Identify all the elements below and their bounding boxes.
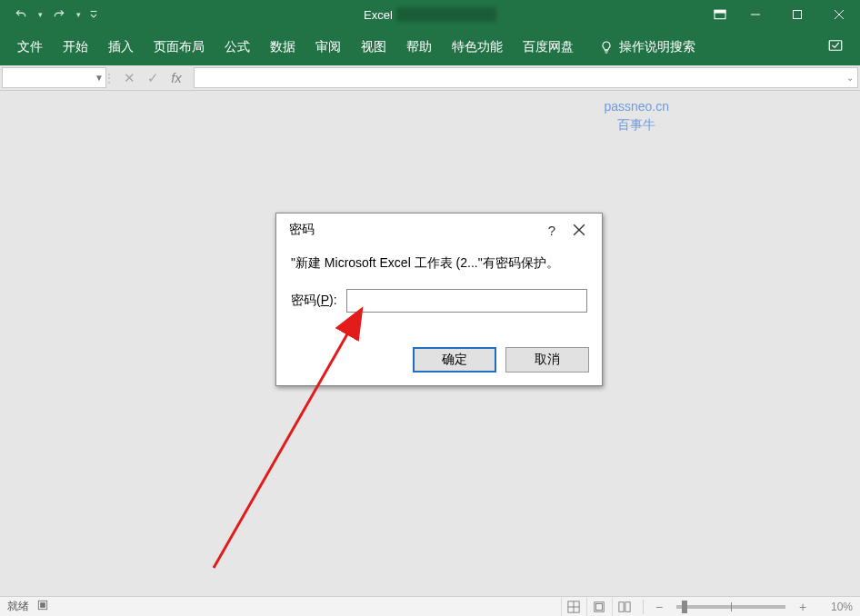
tab-help[interactable]: 帮助 xyxy=(396,29,442,65)
redo-menu-chevron-icon[interactable]: ▾ xyxy=(73,2,84,27)
watermark: passneo.cn 百事牛 xyxy=(604,98,669,134)
zoom-slider-thumb[interactable] xyxy=(682,601,687,613)
formula-expand-icon[interactable]: ⌄ xyxy=(846,73,854,83)
zoom-slider-center-tick xyxy=(731,602,732,611)
close-button[interactable] xyxy=(818,0,860,29)
undo-button[interactable] xyxy=(7,2,35,27)
svg-rect-18 xyxy=(595,603,602,610)
tab-home[interactable]: 开始 xyxy=(53,29,98,65)
password-input[interactable] xyxy=(346,289,587,313)
worksheet-area[interactable]: passneo.cn 百事牛 密码 ? "新建 Microsoft Excel … xyxy=(0,91,860,596)
svg-rect-13 xyxy=(41,603,45,608)
tell-me-search[interactable]: 操作说明搜索 xyxy=(589,29,705,65)
zoom-slider[interactable] xyxy=(676,605,785,609)
svg-rect-4 xyxy=(794,11,802,19)
tab-page-layout[interactable]: 页面布局 xyxy=(144,29,215,65)
watermark-line1: passneo.cn xyxy=(604,98,669,116)
dialog-title: 密码 xyxy=(289,222,315,238)
tab-view[interactable]: 视图 xyxy=(351,29,396,65)
blurred-filename xyxy=(396,7,496,22)
tab-special[interactable]: 特色功能 xyxy=(442,29,513,65)
titlebar: ▾ ▾ Excel xyxy=(0,0,860,29)
tab-data[interactable]: 数据 xyxy=(260,29,305,65)
macro-recording-icon[interactable] xyxy=(36,599,49,614)
minimize-button[interactable] xyxy=(735,0,776,29)
dialog-message: "新建 Microsoft Excel 工作表 (2..."有密码保护。 xyxy=(291,253,587,273)
view-page-break-button[interactable] xyxy=(612,598,635,616)
tab-insert[interactable]: 插入 xyxy=(98,29,144,65)
statusbar: 就绪 − + 10% xyxy=(0,596,860,616)
ok-button[interactable]: 确定 xyxy=(413,347,496,373)
enter-entry-button[interactable]: ✓ xyxy=(141,67,165,89)
dialog-titlebar[interactable]: 密码 ? xyxy=(276,214,602,246)
tab-baidu-netdisk[interactable]: 百度网盘 xyxy=(513,29,584,65)
svg-rect-7 xyxy=(829,41,842,51)
maximize-button[interactable] xyxy=(776,0,818,29)
redo-button[interactable] xyxy=(45,2,73,27)
dialog-body: "新建 Microsoft Excel 工作表 (2..."有密码保护。 密码(… xyxy=(276,246,602,347)
dialog-close-button[interactable] xyxy=(565,216,593,243)
app-name: Excel xyxy=(364,8,393,22)
ribbon-tabs: 文件 开始 插入 页面布局 公式 数据 审阅 视图 帮助 特色功能 百度网盘 操… xyxy=(0,29,860,65)
share-button[interactable] xyxy=(818,37,853,57)
zoom-percent[interactable]: 10% xyxy=(813,601,853,613)
svg-rect-2 xyxy=(715,10,725,13)
formula-bar: ▼ ⋮ ✕ ✓ fx ⌄ xyxy=(0,65,860,91)
insert-function-button[interactable]: fx xyxy=(165,67,188,89)
password-field-row: 密码(P): xyxy=(291,289,587,313)
window-title: Excel xyxy=(364,7,496,22)
zoom-out-button[interactable]: − xyxy=(651,600,667,614)
zoom-in-button[interactable]: + xyxy=(795,600,811,614)
svg-rect-20 xyxy=(625,601,629,611)
dialog-buttons: 确定 取消 xyxy=(276,347,602,385)
cancel-entry-button[interactable]: ✕ xyxy=(117,67,141,89)
watermark-line2: 百事牛 xyxy=(604,116,669,134)
window-controls xyxy=(705,0,860,29)
formula-buttons: ✕ ✓ fx xyxy=(112,65,194,90)
view-page-layout-button[interactable] xyxy=(586,598,610,616)
statusbar-divider xyxy=(643,600,644,614)
ribbon-display-options-button[interactable] xyxy=(705,0,735,29)
tab-formulas[interactable]: 公式 xyxy=(215,29,260,65)
quick-access-toolbar: ▾ ▾ xyxy=(0,2,104,27)
password-label: 密码(P): xyxy=(291,293,337,309)
tab-file[interactable]: 文件 xyxy=(7,29,53,65)
formula-input[interactable]: ⌄ xyxy=(194,67,858,88)
name-box[interactable]: ▼ xyxy=(2,67,106,88)
lightbulb-icon xyxy=(599,40,614,55)
tab-review[interactable]: 审阅 xyxy=(305,29,351,65)
customize-qat-chevron-icon[interactable] xyxy=(84,2,104,27)
view-normal-button[interactable] xyxy=(561,598,585,616)
tell-me-label: 操作说明搜索 xyxy=(619,39,695,55)
password-dialog: 密码 ? "新建 Microsoft Excel 工作表 (2..."有密码保护… xyxy=(275,213,603,386)
cancel-button[interactable]: 取消 xyxy=(505,347,589,373)
svg-rect-19 xyxy=(618,601,623,611)
name-box-dropdown-icon[interactable]: ▼ xyxy=(95,73,104,83)
status-ready: 就绪 xyxy=(7,599,29,614)
undo-menu-chevron-icon[interactable]: ▾ xyxy=(35,2,45,27)
dialog-help-button[interactable]: ? xyxy=(538,216,565,243)
